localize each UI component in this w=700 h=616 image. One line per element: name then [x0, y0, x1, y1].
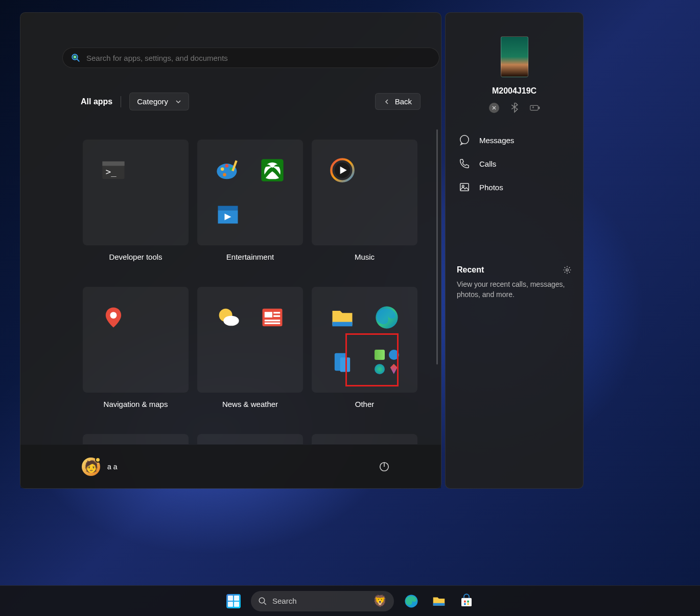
weather-icon: [215, 304, 241, 331]
bluetooth-icon[interactable]: [509, 103, 520, 113]
apps-header-row: All apps Category Back: [81, 93, 421, 110]
svg-point-21: [224, 316, 239, 326]
search-bar[interactable]: [62, 48, 439, 68]
recent-title: Recent: [457, 265, 484, 275]
category-developer-tools[interactable]: >_ Developer tools: [83, 140, 189, 261]
svg-rect-47: [464, 603, 466, 605]
scrollbar[interactable]: [436, 129, 438, 364]
mini-icon-3: [375, 364, 385, 374]
user-name[interactable]: a a: [107, 463, 117, 471]
svg-line-2: [77, 59, 79, 61]
link-label: Photos: [479, 183, 503, 192]
maps-icon: [100, 304, 127, 331]
category-partial-2[interactable]: [197, 434, 303, 444]
edge-icon: [374, 304, 400, 331]
gear-icon[interactable]: [563, 265, 572, 275]
battery-icon[interactable]: [530, 103, 540, 113]
category-other[interactable]: Other: [312, 287, 417, 408]
dropdown-label: Category: [137, 97, 168, 106]
all-apps-label: All apps: [81, 97, 112, 106]
svg-rect-13: [218, 206, 238, 210]
taskbar-search-label: Search: [272, 597, 297, 605]
taskbar-explorer[interactable]: [429, 591, 449, 611]
svg-rect-23: [265, 312, 272, 317]
category-dropdown[interactable]: Category: [129, 93, 189, 110]
terminal-icon: >_: [100, 157, 127, 184]
category-partial-3[interactable]: [312, 434, 417, 444]
recent-description: View your recent calls, messages, photos…: [457, 280, 572, 300]
svg-point-19: [110, 312, 117, 318]
category-label: News & weather: [222, 400, 278, 408]
svg-rect-31: [340, 357, 351, 372]
chevron-down-icon: [175, 99, 181, 105]
recent-header: Recent: [457, 265, 572, 275]
taskbar-search[interactable]: Search 🦁: [251, 591, 394, 611]
svg-point-10: [223, 173, 227, 177]
phone-link-icon: [329, 349, 356, 375]
phone-thumbnail[interactable]: [501, 36, 528, 77]
paint-icon: [215, 157, 241, 184]
mini-icon-1: [375, 350, 385, 360]
svg-rect-27: [265, 323, 280, 324]
link-label: Messages: [479, 136, 514, 145]
category-box: [197, 140, 303, 245]
category-box: [83, 287, 189, 393]
taskbar-store[interactable]: [456, 591, 477, 611]
category-box: [197, 287, 303, 393]
search-icon: [258, 597, 267, 606]
category-label: Music: [355, 253, 375, 261]
svg-rect-44: [461, 598, 472, 606]
phone-link-photos[interactable]: Photos: [457, 175, 572, 199]
svg-rect-26: [265, 320, 280, 322]
xbox-icon: [259, 157, 286, 184]
user-avatar[interactable]: 🧑: [82, 458, 100, 476]
start-footer: 🧑 a a: [20, 445, 441, 488]
power-button[interactable]: [379, 461, 390, 472]
back-button[interactable]: Back: [375, 93, 421, 110]
phone-icon: [459, 158, 470, 169]
start-button[interactable]: [223, 591, 244, 611]
phone-link-messages[interactable]: Messages: [457, 128, 572, 152]
phone-status-row: [457, 103, 572, 113]
svg-point-36: [460, 135, 469, 144]
svg-rect-45: [464, 600, 466, 602]
category-entertainment[interactable]: Entertainment: [197, 140, 303, 261]
disconnected-icon[interactable]: [489, 103, 499, 113]
category-news-weather[interactable]: News & weather: [197, 287, 303, 408]
search-icon: [71, 53, 80, 62]
svg-rect-35: [538, 107, 539, 109]
category-music[interactable]: Music: [312, 140, 417, 261]
category-label: Developer tools: [109, 253, 162, 261]
news-icon: [259, 304, 286, 331]
taskbar-edge[interactable]: [401, 591, 422, 611]
chevron-left-icon: [384, 99, 390, 105]
svg-point-7: [221, 168, 224, 171]
taskbar: Search 🦁: [0, 585, 700, 616]
svg-point-1: [74, 56, 77, 59]
category-label: Entertainment: [226, 253, 274, 261]
category-partial-1[interactable]: [83, 434, 189, 444]
svg-rect-48: [467, 603, 469, 605]
categories-grid: >_ Developer tools Entertainment: [83, 140, 417, 444]
svg-rect-46: [467, 600, 469, 602]
lion-icon: 🦁: [373, 595, 387, 608]
clipchamp-icon: [215, 201, 241, 228]
image-icon: [459, 181, 470, 193]
search-input[interactable]: [86, 54, 431, 62]
apps-cluster: [374, 349, 400, 375]
phone-link-calls[interactable]: Calls: [457, 152, 572, 175]
category-box: [312, 140, 417, 245]
file-explorer-icon: [329, 304, 356, 331]
svg-line-41: [264, 603, 266, 605]
category-box: >_: [83, 140, 189, 245]
link-label: Calls: [479, 159, 496, 168]
svg-rect-37: [460, 184, 469, 191]
back-label: Back: [395, 97, 412, 106]
category-box: [312, 287, 417, 393]
svg-rect-43: [433, 603, 445, 605]
mini-icon-4: [389, 364, 399, 374]
svg-point-40: [259, 598, 265, 603]
mini-icon-2: [389, 350, 399, 360]
category-navigation-maps[interactable]: Navigation & maps: [83, 287, 189, 408]
svg-rect-28: [333, 322, 353, 327]
